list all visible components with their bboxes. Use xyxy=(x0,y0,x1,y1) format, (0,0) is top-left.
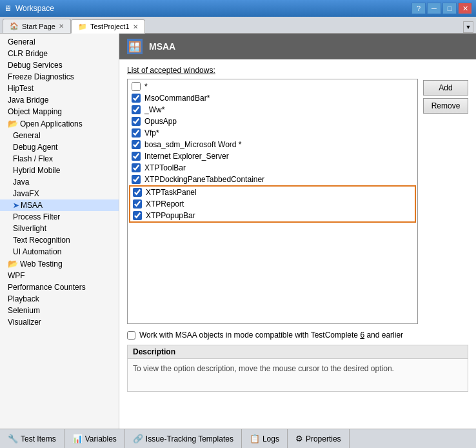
row-label: Vfp* xyxy=(144,128,159,137)
row-label: _Ww* xyxy=(144,105,164,114)
sidebar-item-flash-/-flex[interactable]: Flash / Flex xyxy=(0,153,119,165)
add-button[interactable]: Add xyxy=(423,80,468,96)
sidebar-item-open-applications[interactable]: 📂Open Applications xyxy=(0,117,119,130)
list-label-post: : xyxy=(213,66,215,75)
sidebar-item-msaa[interactable]: ➤MSAA xyxy=(0,199,119,211)
sidebar-label: General xyxy=(8,37,35,46)
list-row[interactable]: XTPReport xyxy=(130,198,415,210)
row-checkbox-2[interactable] xyxy=(132,105,141,114)
sidebar-item-wpf[interactable]: WPF xyxy=(0,270,119,281)
row-label: XTPPopupBar xyxy=(146,211,195,220)
tab-start-page[interactable]: 🏠 Start Page ✕ xyxy=(3,19,71,33)
list-row[interactable]: MsoCommandBar* xyxy=(129,92,416,104)
status-item-logs[interactable]: 📋Logs xyxy=(242,429,288,448)
bottom-checkbox-label: Work with MSAA objects in mode compatibl… xyxy=(139,331,403,340)
list-row[interactable]: XTPToolBar xyxy=(129,162,416,174)
sidebar-label: Process Filter xyxy=(13,212,60,221)
sidebar-item-hiptest[interactable]: HipTest xyxy=(0,83,119,94)
list-row[interactable]: * xyxy=(129,81,416,92)
sidebar-item-freeze-diagnostics[interactable]: Freeze Diagnostics xyxy=(0,71,119,83)
sidebar-label: Silverlight xyxy=(13,224,46,233)
sidebar-label: Web Testing xyxy=(20,260,63,269)
row-label: XTPReport xyxy=(146,199,184,209)
sidebar-label: JavaFX xyxy=(13,189,39,198)
msaa-compat-checkbox[interactable] xyxy=(127,331,135,340)
status-item-test-items[interactable]: 🔧Test Items xyxy=(0,429,64,448)
tab-scroll-right[interactable]: ▼ xyxy=(463,21,473,33)
sidebar-item-general[interactable]: General xyxy=(0,130,119,141)
sidebar-label: Visualizer xyxy=(8,318,41,327)
sidebar-label: HipTest xyxy=(8,84,34,93)
description-box: Description To view the option descripti… xyxy=(127,345,468,392)
sidebar-label: General xyxy=(13,131,41,140)
list-row[interactable]: XTPDockingPaneTabbedContainer xyxy=(129,174,416,185)
status-item-variables[interactable]: 📊Variables xyxy=(64,429,125,448)
tab-testproject1[interactable]: 📁 TestProject1 ✕ xyxy=(71,19,145,34)
sidebar-item-playback[interactable]: Playback xyxy=(0,293,119,305)
sidebar-item-performance-counters[interactable]: Performance Counters xyxy=(0,281,119,293)
sidebar-item-object-mapping[interactable]: Object Mapping xyxy=(0,106,119,117)
sidebar-item-visualizer[interactable]: Visualizer xyxy=(0,316,119,328)
sidebar-item-general[interactable]: General xyxy=(0,36,119,48)
status-label: Test Items xyxy=(21,434,56,443)
row-checkbox-7[interactable] xyxy=(132,163,141,172)
row-checkbox-1[interactable] xyxy=(132,94,141,103)
list-row[interactable]: Internet Explorer_Server xyxy=(129,150,416,162)
row-label: MsoCommandBar* xyxy=(144,94,210,103)
remove-button[interactable]: Remove xyxy=(423,98,468,114)
list-row[interactable]: Vfp* xyxy=(129,127,416,139)
list-row[interactable]: OpusApp xyxy=(129,116,416,127)
sidebar-item-debug-agent[interactable]: Debug Agent xyxy=(0,141,119,153)
tab-home-icon: 🏠 xyxy=(10,22,19,30)
sidebar-label: Java xyxy=(13,178,29,187)
status-label: Issue-Tracking Templates xyxy=(146,434,233,443)
sidebar-label: Open Applications xyxy=(20,119,83,128)
list-row[interactable]: XTPPopupBar xyxy=(130,210,415,221)
row-checkbox-9[interactable] xyxy=(133,188,142,197)
sidebar-item-selenium[interactable]: Selenium xyxy=(0,305,119,316)
sidebar-item-process-filter[interactable]: Process Filter xyxy=(0,211,119,223)
status-item-properties[interactable]: ⚙Properties xyxy=(288,429,350,448)
sidebar-label: Debug Services xyxy=(8,61,63,70)
sidebar-item-web-testing[interactable]: 📂Web Testing xyxy=(0,258,119,270)
status-item-issue-tracking-templates[interactable]: 🔗Issue-Tracking Templates xyxy=(125,429,242,448)
tab-project-close[interactable]: ✕ xyxy=(133,23,138,30)
windows-list[interactable]: *MsoCommandBar*_Ww*OpusAppVfp*bosa_sdm_M… xyxy=(127,79,418,324)
row-checkbox-11[interactable] xyxy=(133,211,142,220)
help-button[interactable]: ? xyxy=(412,3,426,14)
row-checkbox-10[interactable] xyxy=(133,199,142,209)
status-label: Variables xyxy=(85,434,117,443)
list-container: *MsoCommandBar*_Ww*OpusAppVfp*bosa_sdm_M… xyxy=(127,79,468,324)
status-bar: 🔧Test Items📊Variables🔗Issue-Tracking Tem… xyxy=(0,429,476,448)
sidebar-item-java[interactable]: Java xyxy=(0,176,119,188)
row-checkbox-3[interactable] xyxy=(132,117,141,126)
panel-body: List of accepted windows: *MsoCommandBar… xyxy=(119,59,476,429)
status-icon-2: 🔗 xyxy=(133,434,143,443)
maximize-button[interactable]: □ xyxy=(442,3,457,14)
row-checkbox-8[interactable] xyxy=(132,175,141,184)
list-row[interactable]: XTPTaskPanel xyxy=(130,187,415,198)
tab-project-label: TestProject1 xyxy=(90,23,130,30)
sidebar-label: Debug Agent xyxy=(13,143,57,152)
row-label: Internet Explorer_Server xyxy=(144,152,229,161)
row-checkbox-0[interactable] xyxy=(132,82,141,91)
sidebar-item-ui-automation[interactable]: UI Automation xyxy=(0,246,119,258)
row-checkbox-4[interactable] xyxy=(132,128,141,137)
row-checkbox-6[interactable] xyxy=(132,152,141,161)
minimize-button[interactable]: ─ xyxy=(427,3,441,14)
sidebar-item-text-recognition[interactable]: Text Recognition xyxy=(0,234,119,246)
sidebar-item-hybrid-mobile[interactable]: Hybrid Mobile xyxy=(0,165,119,176)
sidebar-item-silverlight[interactable]: Silverlight xyxy=(0,223,119,234)
sidebar-item-clr-bridge[interactable]: CLR Bridge xyxy=(0,48,119,59)
sidebar-item-javafx[interactable]: JavaFX xyxy=(0,188,119,199)
app-icon: 🖥 xyxy=(4,4,12,13)
list-row[interactable]: _Ww* xyxy=(129,104,416,116)
close-button[interactable]: ✕ xyxy=(458,3,472,14)
list-row[interactable]: bosa_sdm_Microsoft Word * xyxy=(129,139,416,150)
sidebar-label: Performance Counters xyxy=(8,283,86,292)
tab-start-close[interactable]: ✕ xyxy=(59,23,64,30)
title-bar: 🖥 Workspace ? ─ □ ✕ xyxy=(0,0,476,17)
sidebar-item-java-bridge[interactable]: Java Bridge xyxy=(0,94,119,106)
sidebar-item-debug-services[interactable]: Debug Services xyxy=(0,59,119,71)
row-checkbox-5[interactable] xyxy=(132,140,141,149)
